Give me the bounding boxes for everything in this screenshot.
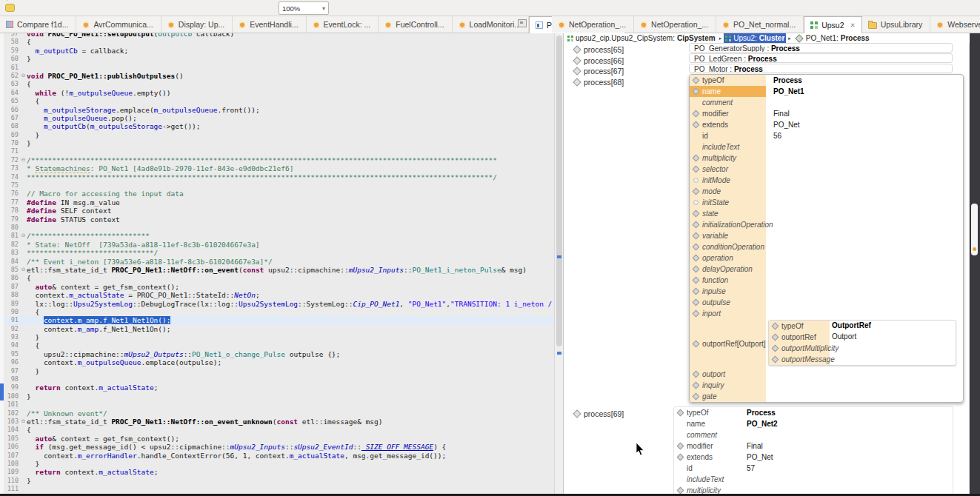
property-row[interactable]: includeText <box>690 141 963 153</box>
code-line[interactable]: 70} <box>0 139 554 147</box>
editor-list-icon[interactable] <box>518 19 527 27</box>
code-line[interactable]: 68 m_outputCb(m_outpulseStorage->get()); <box>0 122 554 130</box>
code-line[interactable]: 76// Macro for accessing the input data <box>0 190 554 198</box>
breadcrumb-item[interactable]: PO_Net1:Process <box>793 33 871 43</box>
code-line[interactable]: 80 <box>0 224 554 232</box>
property-row[interactable]: id57 <box>674 463 953 474</box>
code-line[interactable]: 78#define SELF context <box>0 207 554 215</box>
close-tab-icon[interactable]: ✕ <box>850 21 856 29</box>
property-row[interactable]: inpulse <box>690 286 963 297</box>
code-line[interactable]: 99 return context.m_actualState; <box>0 383 554 392</box>
tree-item[interactable]: process[65] <box>574 44 624 55</box>
code-line[interactable]: 67 m_outpulseQueue.pop(); <box>0 114 554 122</box>
code-line[interactable]: 91 context.m_amp.f_Net1_Net1On(); <box>0 316 554 324</box>
fold-collapse-icon[interactable]: ⊖ <box>20 418 27 426</box>
code-line[interactable]: 58{ <box>0 38 554 46</box>
code-line[interactable]: 104{ <box>0 426 554 434</box>
code-line[interactable]: 59 m_outputCb = callback; <box>0 47 554 55</box>
property-row[interactable]: conditionOperation <box>690 241 963 252</box>
code-line[interactable]: 82* State: NetOff [739a53da-a818-11ef-8c… <box>0 241 554 249</box>
code-line[interactable]: 74**************************************… <box>0 173 554 181</box>
property-row[interactable]: comment <box>690 97 963 108</box>
model-tab-po-net-normal[interactable]: PO_Net_normal... <box>716 16 804 33</box>
tree-item[interactable]: process[67] <box>574 66 624 76</box>
property-row[interactable]: modifierFinal <box>674 440 953 452</box>
code-line[interactable]: 100} <box>0 392 554 401</box>
code-line[interactable]: 107 context.m_errorHandler.handle_Contex… <box>0 452 554 460</box>
property-row[interactable]: extendsPO_Net <box>674 452 953 463</box>
property-row[interactable]: outportMessage <box>769 354 956 365</box>
code-line[interactable]: 73* Statemachines: PO_Net1 [4ad8e91b-297… <box>0 164 554 172</box>
editor-scrollbar-thumb[interactable] <box>556 36 562 346</box>
property-row[interactable]: state <box>690 208 963 219</box>
breadcrumb-item[interactable]: Upsu2:Cluster <box>724 33 786 43</box>
property-row[interactable]: outpulse <box>690 297 963 308</box>
code-line[interactable]: 72⊖/************************************… <box>0 156 554 164</box>
editor-scrollbar[interactable] <box>554 33 563 494</box>
property-row[interactable]: outportMultiplicity <box>769 343 956 354</box>
code-line[interactable]: 88 context.m_actualState = PROC_PO_Net1:… <box>0 291 554 299</box>
fold-collapse-icon[interactable]: ⊖ <box>20 156 27 164</box>
code-line[interactable]: 75 <box>0 181 554 190</box>
property-row[interactable]: variable <box>690 230 963 241</box>
property-row[interactable]: typeOfProcess <box>674 407 953 418</box>
code-line[interactable]: 110} <box>0 477 554 485</box>
tree-item[interactable]: process[66] <box>574 56 624 66</box>
minimized-dock-bar[interactable] <box>970 33 980 496</box>
process-summary-box[interactable]: PO_LedGreen : Process <box>689 53 953 63</box>
property-row[interactable]: typeOfOutportRef <box>769 321 956 332</box>
process-summary-box[interactable]: PO_GeneratorSupply : Process <box>689 43 953 53</box>
tree-item[interactable]: process[68] <box>574 77 624 87</box>
property-row[interactable]: extendsPO_Net <box>690 119 963 130</box>
code-line[interactable]: 65 { <box>0 97 554 105</box>
property-row[interactable]: multiplicity <box>674 485 953 494</box>
code-line[interactable]: 101 <box>0 401 554 409</box>
code-line[interactable]: 111 <box>0 485 554 493</box>
code-line[interactable]: 60} <box>0 55 554 63</box>
property-row[interactable]: gate <box>690 391 963 402</box>
property-row[interactable]: selector <box>690 164 963 175</box>
code-line[interactable]: 85⊖etl::fsm_state_id_t PROC_PO_Net1::Net… <box>0 266 554 274</box>
editor-tab-display-up[interactable]: Display: Up... <box>161 16 233 33</box>
code-line[interactable]: 79#define STATUS context <box>0 215 554 224</box>
code-line[interactable]: 81⊖/**************************** <box>0 232 554 240</box>
property-row[interactable]: namePO_Net2 <box>674 418 953 429</box>
code-line[interactable]: 106 if (msg.get_message_id() < upsu2::ci… <box>0 443 554 451</box>
code-line[interactable]: 97 } <box>0 367 554 375</box>
property-row[interactable]: typeOfProcess <box>690 75 963 86</box>
code-line[interactable]: 86{ <box>0 274 554 282</box>
code-line[interactable]: 95 upsu2::cipmachine::mUpsu2_Outputs::PO… <box>0 350 554 358</box>
comment-bubble-icon[interactable] <box>5 4 15 12</box>
tree-item[interactable]: process[69] <box>574 409 624 419</box>
code-line[interactable]: 84/** Event i_neton [739a53e6-a818-11ef-… <box>0 258 554 266</box>
code-line[interactable]: 102/** Unknown event*/ <box>0 409 554 418</box>
property-row[interactable]: namePO_Net1 <box>690 86 963 97</box>
editor-tab-eventhandli[interactable]: EventHandli... <box>233 16 306 33</box>
fold-collapse-icon[interactable]: ⊖ <box>20 266 27 274</box>
property-row[interactable]: inquiry <box>690 380 963 391</box>
property-row[interactable]: function <box>690 275 963 286</box>
code-line[interactable]: 66 m_outpulseStorage.emplace(m_outpulseQ… <box>0 106 554 114</box>
editor-tab-avrcommunica[interactable]: AvrCommunica... <box>76 16 161 33</box>
code-line[interactable]: 93 } <box>0 333 554 341</box>
code-line[interactable]: 98 <box>0 375 554 383</box>
code-line[interactable]: 63{ <box>0 80 554 88</box>
code-line[interactable]: 64 while (!m_outpulseQueue.empty()) <box>0 89 554 97</box>
zoom-level-select[interactable]: 100% ▾ <box>279 1 329 15</box>
code-line[interactable]: 103⊖etl::fsm_state_id_t PROC_PO_Net1::Ne… <box>0 418 554 426</box>
property-row[interactable]: outport <box>690 369 963 380</box>
code-line[interactable]: 90 { <box>0 308 554 316</box>
code-line[interactable]: 71 <box>0 147 554 155</box>
property-row[interactable]: id56 <box>690 130 963 141</box>
model-tab-webservercont[interactable]: WebserverCont... <box>930 16 980 33</box>
property-row[interactable]: delayOperation <box>690 264 963 275</box>
fold-collapse-icon[interactable]: ⊖ <box>20 232 27 240</box>
annotation-mark[interactable] <box>557 352 561 355</box>
model-tab-netoperation[interactable]: NetOperation_... <box>552 16 634 33</box>
code-editor[interactable]: 57void PROC_PO_Net1::setupOutput(OutputC… <box>0 33 554 494</box>
code-line[interactable]: 87 auto& context = get_fsm_context(); <box>0 283 554 291</box>
process-summary-box[interactable]: PO_Motor : Process <box>689 64 953 73</box>
property-row[interactable]: initState <box>690 197 963 208</box>
property-row[interactable]: inport <box>690 308 963 319</box>
property-row[interactable]: outportRef[Outport]typeOfOutportRefoutpo… <box>690 319 963 369</box>
